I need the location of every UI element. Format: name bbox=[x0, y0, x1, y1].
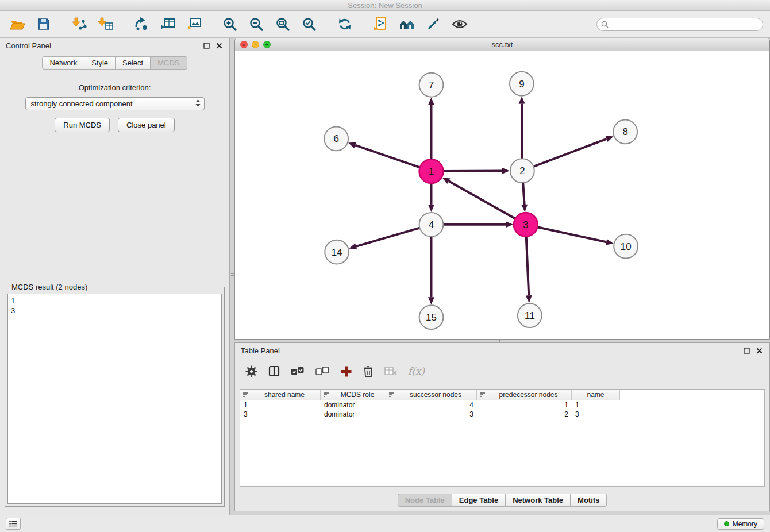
mcds-result-list[interactable]: 1 3 bbox=[7, 294, 222, 504]
graph-edge-arrow bbox=[606, 136, 614, 142]
vertical-splitter-grip[interactable] bbox=[230, 269, 234, 282]
show-hide-eye-icon[interactable] bbox=[449, 14, 470, 34]
sort-icon bbox=[323, 392, 329, 398]
table-panel-tabs: Node Table Edge Table Network Table Moti… bbox=[235, 494, 769, 507]
close-table-panel-icon[interactable] bbox=[754, 346, 764, 355]
export-image-icon[interactable] bbox=[184, 14, 205, 34]
graph-node-label-10: 10 bbox=[621, 241, 632, 252]
run-mcds-button[interactable]: Run MCDS bbox=[55, 118, 110, 132]
close-panel-icon[interactable] bbox=[214, 41, 224, 50]
graph-node-label-1: 1 bbox=[429, 166, 434, 177]
graph-edge-1-6[interactable] bbox=[355, 145, 420, 168]
toolbar-group-export bbox=[131, 14, 205, 34]
graph-edge-3-1[interactable] bbox=[449, 181, 515, 218]
import-table-icon[interactable] bbox=[95, 14, 116, 34]
add-row-plus-icon[interactable] bbox=[340, 365, 352, 377]
save-session-icon[interactable] bbox=[33, 14, 54, 34]
table-settings-gear-icon[interactable] bbox=[245, 365, 257, 377]
refresh-network-icon[interactable] bbox=[334, 14, 355, 34]
memory-status-icon bbox=[724, 521, 729, 526]
memory-button[interactable]: Memory bbox=[717, 518, 764, 530]
export-table-icon[interactable] bbox=[157, 14, 178, 34]
window-zoom-icon[interactable]: + bbox=[263, 41, 271, 48]
session-document-icon[interactable] bbox=[370, 14, 391, 34]
close-panel-button[interactable]: Close panel bbox=[118, 118, 175, 132]
graph-edge-2-9[interactable] bbox=[522, 104, 522, 159]
graph-node-label-4: 4 bbox=[429, 219, 434, 230]
mcds-result-group: MCDS result (2 nodes) 1 3 bbox=[5, 283, 225, 507]
tab-network-table[interactable]: Network Table bbox=[506, 494, 571, 507]
cell-name[interactable]: 3 bbox=[572, 410, 620, 419]
tab-select[interactable]: Select bbox=[116, 56, 151, 70]
graph-node-label-11: 11 bbox=[525, 310, 535, 321]
task-history-button[interactable] bbox=[6, 518, 21, 530]
zoom-in-icon[interactable] bbox=[220, 14, 240, 34]
apply-style-brush-icon[interactable] bbox=[423, 14, 444, 34]
cell-predecessor-nodes[interactable]: 2 bbox=[477, 410, 572, 419]
cell-shared-name[interactable]: 3 bbox=[240, 410, 321, 419]
graph-edge-arrow bbox=[428, 205, 434, 212]
column-header-mcds-role[interactable]: MCDS role bbox=[321, 390, 386, 400]
tab-network[interactable]: Network bbox=[42, 56, 84, 70]
function-builder-icon[interactable]: f(x) bbox=[408, 365, 425, 377]
search-input[interactable] bbox=[596, 18, 763, 31]
column-header-shared-name[interactable]: shared name bbox=[240, 390, 321, 400]
open-file-icon[interactable] bbox=[7, 14, 28, 34]
table-row[interactable]: 1 dominator 4 1 1 bbox=[240, 400, 764, 410]
mcds-result-title: MCDS result (2 nodes) bbox=[10, 283, 89, 291]
app-title-bar: Session: New Session bbox=[0, 0, 770, 11]
graph-edge-1-2[interactable] bbox=[443, 171, 502, 171]
window-minimize-icon[interactable]: − bbox=[252, 41, 259, 48]
graph-edge-2-8[interactable] bbox=[533, 139, 606, 167]
tab-edge-table[interactable]: Edge Table bbox=[452, 494, 506, 507]
column-header-predecessor-nodes[interactable]: predecessor nodes bbox=[477, 390, 572, 400]
show-columns-icon[interactable] bbox=[268, 365, 280, 377]
zoom-out-icon[interactable] bbox=[246, 14, 267, 34]
graph-node-label-15: 15 bbox=[426, 312, 437, 323]
import-network-icon[interactable] bbox=[69, 14, 90, 34]
graph-node-label-8: 8 bbox=[622, 126, 627, 137]
graph-edge-arrow bbox=[526, 295, 532, 303]
delete-row-trash-icon[interactable] bbox=[363, 365, 374, 377]
graph-edge-arrow bbox=[428, 297, 434, 304]
delete-table-icon[interactable] bbox=[384, 366, 397, 376]
graph-edge-arrow bbox=[519, 97, 525, 104]
cell-shared-name[interactable]: 1 bbox=[240, 400, 321, 410]
tab-mcds[interactable]: MCDS bbox=[151, 56, 187, 70]
float-panel-icon[interactable] bbox=[202, 41, 211, 50]
table-toolbar: f(x) bbox=[235, 358, 769, 381]
tab-motifs[interactable]: Motifs bbox=[571, 494, 607, 507]
tab-node-table[interactable]: Node Table bbox=[398, 494, 452, 507]
app-title: Session: New Session bbox=[348, 1, 422, 10]
float-table-panel-icon[interactable] bbox=[742, 346, 751, 355]
list-icon bbox=[9, 521, 17, 527]
network-window-titlebar[interactable]: × − + scc.txt bbox=[235, 38, 769, 51]
window-close-icon[interactable]: × bbox=[240, 41, 248, 48]
cell-successor-nodes[interactable]: 4 bbox=[386, 400, 477, 410]
cell-successor-nodes[interactable]: 3 bbox=[386, 410, 477, 419]
control-panel-title: Control Panel bbox=[6, 41, 51, 50]
clear-selection-icon[interactable] bbox=[315, 366, 329, 376]
zoom-fit-icon[interactable] bbox=[272, 14, 293, 34]
column-header-name[interactable]: name bbox=[572, 390, 620, 400]
main-area: Control Panel Network Style Select MCDS … bbox=[0, 38, 770, 515]
graph-edge-2-3[interactable] bbox=[523, 183, 524, 205]
first-neighbors-icon[interactable] bbox=[396, 14, 417, 34]
cell-mcds-role[interactable]: dominator bbox=[321, 400, 386, 410]
export-network-icon[interactable] bbox=[131, 14, 152, 34]
graph-edge-3-10[interactable] bbox=[537, 227, 606, 242]
cell-predecessor-nodes[interactable]: 1 bbox=[477, 400, 572, 410]
graph-node-label-14: 14 bbox=[332, 247, 342, 258]
network-canvas[interactable]: 7968124314101511 bbox=[235, 52, 769, 339]
cell-name[interactable]: 1 bbox=[572, 400, 620, 410]
table-row[interactable]: 3 dominator 3 2 3 bbox=[240, 410, 764, 419]
graph-edge-3-11[interactable] bbox=[526, 237, 529, 296]
tab-style[interactable]: Style bbox=[84, 56, 116, 70]
select-all-icon[interactable] bbox=[291, 366, 305, 376]
cell-mcds-role[interactable]: dominator bbox=[321, 410, 386, 419]
main-toolbar bbox=[0, 11, 770, 38]
zoom-selected-icon[interactable] bbox=[299, 14, 319, 34]
graph-edge-4-14[interactable] bbox=[356, 228, 420, 246]
criterion-select[interactable]: strongly connected component bbox=[25, 97, 205, 110]
column-header-successor-nodes[interactable]: successor nodes bbox=[386, 390, 477, 400]
